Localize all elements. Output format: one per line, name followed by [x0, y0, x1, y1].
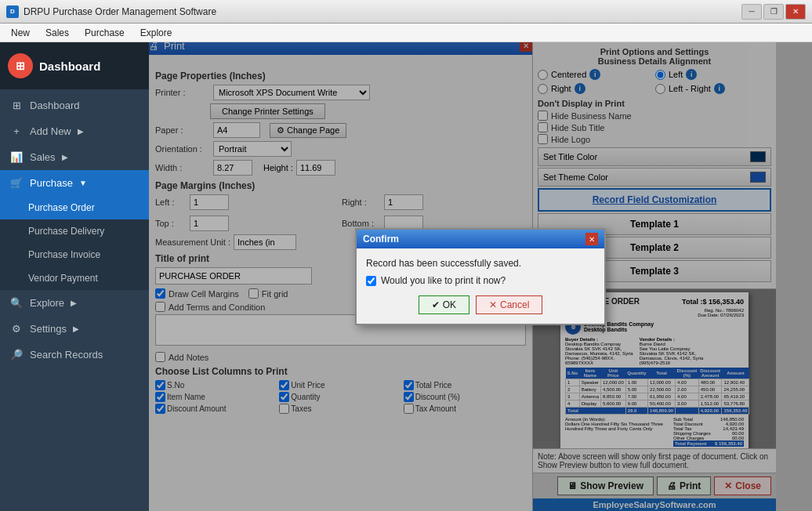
app-icon: D [6, 5, 19, 18]
confirm-cancel-button[interactable]: ✕ Cancel [476, 295, 542, 314]
sidebar-item-label: Settings [30, 323, 67, 335]
menu-purchase[interactable]: Purchase [77, 26, 132, 40]
chevron-right-icon: ▶ [62, 153, 68, 161]
sidebar-item-label: Purchase [30, 177, 73, 189]
menu-new[interactable]: New [3, 26, 38, 40]
purchase-icon: 🛒 [9, 177, 24, 189]
confirm-print-checkbox[interactable] [366, 276, 376, 286]
ok-icon: ✔ [432, 299, 440, 310]
cancel-icon: ✕ [489, 299, 497, 310]
confirm-print-label: Would you like to print it now? [381, 275, 506, 286]
sidebar-item-sales[interactable]: 📊 Sales ▶ [0, 144, 149, 170]
chevron-right-icon: ▶ [73, 324, 79, 333]
chevron-right-icon: ▶ [71, 299, 77, 307]
confirm-buttons: ✔ OK ✕ Cancel [366, 295, 595, 314]
sidebar-item-purchase-order[interactable]: Purchase Order [0, 196, 149, 219]
sales-icon: 📊 [9, 151, 24, 163]
confirm-title-bar: Confirm ✕ [357, 230, 604, 248]
sidebar-header: ⊞ Dashboard [0, 42, 149, 89]
sidebar: ⊞ Dashboard ⊞ Dashboard + Add New ▶ 📊 Sa… [0, 42, 149, 511]
confirm-close-button[interactable]: ✕ [585, 233, 598, 245]
purchase-subnav: Purchase Order Purchase Delivery Purchas… [0, 196, 149, 290]
sidebar-item-settings[interactable]: ⚙ Settings ▶ [0, 316, 149, 342]
search-icon: 🔎 [9, 349, 24, 361]
sidebar-nav: ⊞ Dashboard + Add New ▶ 📊 Sales ▶ 🛒 Purc… [0, 89, 149, 511]
menu-explore[interactable]: Explore [132, 26, 180, 40]
sidebar-item-purchase-invoice[interactable]: Purchase Invoice [0, 243, 149, 266]
sidebar-item-explore[interactable]: 🔍 Explore ▶ [0, 290, 149, 316]
sidebar-item-label: Add New [30, 125, 71, 137]
dashboard-icon: ⊞ [9, 100, 24, 111]
close-window-button[interactable]: ✕ [785, 4, 806, 20]
window-controls: ─ ❐ ✕ [741, 4, 806, 20]
chevron-right-icon: ▶ [78, 127, 84, 136]
add-new-icon: + [9, 125, 24, 137]
confirm-print-row: Would you like to print it now? [366, 275, 595, 286]
confirm-message: Record has been successfully saved. [366, 258, 595, 269]
menu-sales[interactable]: Sales [38, 26, 77, 40]
confirm-dialog: Confirm ✕ Record has been successfully s… [355, 228, 606, 325]
settings-icon: ⚙ [9, 323, 24, 335]
sidebar-item-purchase[interactable]: 🛒 Purchase ▼ [0, 170, 149, 196]
confirm-overlay: Confirm ✕ Record has been successfully s… [149, 42, 812, 511]
explore-icon: 🔍 [9, 297, 24, 309]
sidebar-item-vendor-payment[interactable]: Vendor Payment [0, 266, 149, 290]
sidebar-item-search-records[interactable]: 🔎 Search Records [0, 342, 149, 368]
menu-bar: New Sales Purchase Explore [0, 24, 812, 42]
confirm-body: Record has been successfully saved. Woul… [357, 248, 604, 324]
confirm-title-text: Confirm [363, 234, 399, 245]
sidebar-item-label: Explore [30, 297, 64, 309]
sidebar-item-label: Sales [30, 151, 56, 163]
app-title: DRPU Purchase Order Management Software [24, 6, 741, 17]
sidebar-item-label: Search Records [30, 349, 103, 361]
confirm-ok-button[interactable]: ✔ OK [419, 295, 469, 314]
minimize-button[interactable]: ─ [741, 4, 762, 20]
sidebar-item-dashboard[interactable]: ⊞ Dashboard [0, 92, 149, 118]
sidebar-item-add-new[interactable]: + Add New ▶ [0, 118, 149, 144]
sidebar-item-purchase-delivery[interactable]: Purchase Delivery [0, 219, 149, 243]
sidebar-item-label: Dashboard [30, 100, 80, 111]
sidebar-title: Dashboard [39, 60, 100, 73]
chevron-down-icon: ▼ [79, 179, 87, 187]
main-layout: ⊞ Dashboard ⊞ Dashboard + Add New ▶ 📊 Sa… [0, 42, 812, 511]
maximize-button[interactable]: ❐ [763, 4, 784, 20]
title-bar: D DRPU Purchase Order Management Softwar… [0, 0, 812, 24]
user-avatar: ⊞ [8, 53, 33, 78]
